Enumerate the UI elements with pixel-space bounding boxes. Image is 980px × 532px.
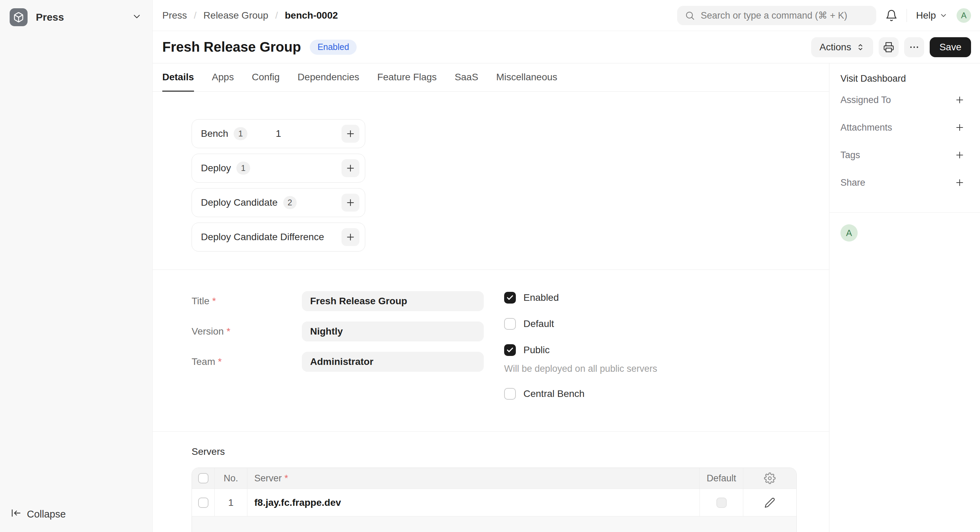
column-header-default: Default [707, 473, 737, 484]
tab-dependencies[interactable]: Dependencies [298, 64, 360, 92]
printer-icon [883, 42, 894, 53]
grid-header-cell [192, 468, 215, 489]
link-card-count-badge: 2 [283, 196, 297, 209]
link-card-count-badge: 1 [234, 127, 247, 140]
press-logo-icon [10, 8, 27, 26]
checkbox-row-public[interactable]: Public [504, 344, 657, 356]
user-avatar[interactable]: A [956, 8, 971, 23]
checkbox-row-default[interactable]: Default [504, 318, 657, 330]
title-input[interactable]: Fresh Release Group [302, 291, 484, 311]
chevron-down-icon [939, 11, 948, 20]
public-checkbox[interactable] [504, 344, 516, 356]
search-icon [685, 10, 695, 21]
link-card-deploy[interactable]: Deploy 1 [192, 154, 365, 183]
sidebar: Press Collapse [0, 0, 153, 532]
checkbox-row-enabled[interactable]: Enabled [504, 292, 657, 303]
app-switcher-button[interactable]: Press [8, 6, 143, 28]
link-card-bench[interactable]: Bench 1 1 [192, 119, 365, 148]
team-input[interactable]: Administrator [302, 352, 484, 372]
link-card-label: Bench [201, 128, 228, 139]
required-marker: * [218, 356, 221, 367]
select-all-checkbox[interactable] [198, 473, 208, 483]
checkbox-label: Public [523, 345, 550, 356]
field-row-team: Team* Administrator [192, 352, 484, 372]
topnav-divider [907, 9, 907, 22]
collapse-sidebar-button[interactable]: Collapse [8, 506, 143, 522]
default-checkbox[interactable] [504, 318, 516, 330]
tab-apps[interactable]: Apps [212, 64, 234, 92]
field-label-title: Title* [192, 295, 302, 306]
document-header: Fresh Release Group Enabled Actions Save [153, 31, 980, 64]
link-card-label: Deploy [201, 163, 231, 174]
breadcrumb-current: bench-0002 [285, 10, 338, 21]
checkbox-column: Enabled Default Public [504, 291, 657, 414]
panel-row-share: Share [840, 169, 965, 196]
panel-label: Assigned To [840, 95, 891, 105]
grid-header-cell [743, 468, 796, 489]
servers-grid: No. Server* Default [192, 468, 797, 532]
actions-dropdown-button[interactable]: Actions [811, 37, 873, 57]
enabled-checkbox[interactable] [504, 292, 516, 303]
default-cell-checkbox[interactable] [716, 497, 727, 508]
bell-icon [885, 9, 898, 22]
help-menu-button[interactable]: Help [916, 10, 948, 21]
field-label-team: Team* [192, 356, 302, 367]
breadcrumb-separator: / [194, 10, 197, 21]
servers-section-label: Servers [192, 446, 797, 457]
breadcrumb: Press / Release Group / bench-0002 [162, 10, 338, 21]
add-bench-button[interactable] [342, 125, 360, 143]
plus-icon [955, 178, 965, 188]
chevron-down-icon [132, 11, 142, 23]
version-input[interactable]: Nightly [302, 321, 484, 341]
print-button[interactable] [879, 37, 899, 57]
column-header-server: Server [254, 473, 282, 484]
grid-footer[interactable] [192, 516, 796, 532]
breadcrumb-press[interactable]: Press [162, 10, 187, 21]
link-card-label: Deploy Candidate Difference [201, 232, 324, 243]
plus-icon [345, 129, 356, 139]
add-deploy-candidate-button[interactable] [342, 194, 360, 211]
link-card-count-badge: 1 [236, 162, 250, 175]
more-menu-button[interactable] [904, 37, 924, 57]
save-button[interactable]: Save [930, 37, 971, 57]
add-tag-button[interactable] [955, 150, 965, 160]
required-marker: * [285, 473, 288, 484]
add-attachment-button[interactable] [955, 122, 965, 133]
grid-cell[interactable]: f8.jay.fc.frappe.dev [247, 489, 700, 516]
gear-icon [764, 472, 776, 484]
breadcrumb-release-group[interactable]: Release Group [203, 10, 268, 21]
grid-settings-button[interactable] [764, 472, 776, 484]
link-card-deploy-candidate-difference[interactable]: Deploy Candidate Difference [192, 222, 365, 251]
tab-config[interactable]: Config [252, 64, 280, 92]
link-card-deploy-candidate[interactable]: Deploy Candidate 2 [192, 188, 365, 217]
column-header-no: No. [224, 473, 238, 484]
tab-details[interactable]: Details [162, 64, 194, 92]
add-deploy-candidate-difference-button[interactable] [342, 228, 360, 246]
visit-dashboard-link[interactable]: Visit Dashboard [840, 71, 965, 86]
tab-feature-flags[interactable]: Feature Flags [377, 64, 437, 92]
body-row: Details Apps Config Dependencies Feature… [153, 64, 980, 532]
grid-header-cell: Server* [247, 468, 700, 489]
viewer-avatar: A [840, 224, 858, 241]
add-share-button[interactable] [955, 178, 965, 188]
central-bench-checkbox[interactable] [504, 388, 516, 400]
search-input[interactable]: Search or type a command (⌘ + K) [677, 6, 876, 25]
panel-row-tags: Tags [840, 141, 965, 169]
tab-miscellaneous[interactable]: Miscellaneous [496, 64, 557, 92]
notifications-button[interactable] [885, 9, 898, 22]
edit-row-button[interactable] [764, 497, 775, 508]
row-select-checkbox[interactable] [198, 497, 208, 508]
checkbox-row-central-bench[interactable]: Central Bench [504, 388, 657, 400]
public-checkbox-description: Will be deployed on all public servers [504, 364, 657, 374]
add-deploy-button[interactable] [342, 159, 360, 177]
panel-label: Attachments [840, 122, 892, 133]
document-side-panel: Visit Dashboard Assigned To Attachments … [829, 64, 980, 532]
check-icon [506, 294, 514, 302]
status-badge: Enabled [310, 40, 356, 55]
link-card-center-count: 1 [276, 128, 281, 139]
add-assignment-button[interactable] [955, 95, 965, 105]
tab-saas[interactable]: SaaS [455, 64, 478, 92]
form-content: Details Apps Config Dependencies Feature… [153, 64, 829, 532]
grid-cell [192, 489, 215, 516]
plus-icon [345, 232, 356, 242]
